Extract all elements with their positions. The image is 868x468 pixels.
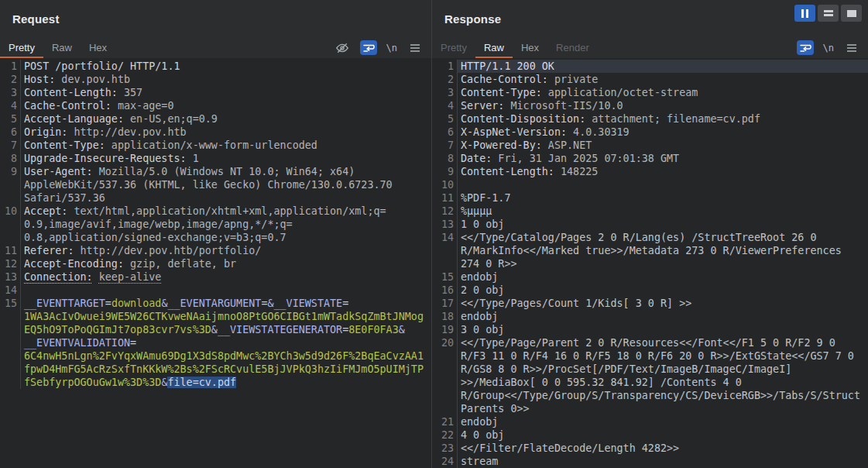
line-number: 6 [0,126,21,139]
request-response-split: Request PrettyRawHex [0,0,868,468]
request-tab-hex[interactable]: Hex [81,37,115,58]
line-number: 10 [432,178,458,191]
eye-off-icon [335,41,349,55]
response-tab-render[interactable]: Render [547,37,598,58]
layout-rows-button[interactable] [818,5,839,22]
line-number: 15 [432,270,458,284]
response-editor[interactable]: 1HTTP/1.1 200 OK2Cache-Control: private3… [432,58,868,468]
line-number: 17 [432,297,458,310]
request-tabbar: PrettyRawHex [0,37,431,58]
line-number: 14 [432,231,458,270]
newline-toggle-button[interactable]: \n [823,40,834,55]
request-code: 1POST /portfolio/ HTTP/1.12Host: dev.pov… [0,60,431,389]
code-line-text: Cache-Control: max-age=​0 [21,99,431,112]
code-line: 5Accept-Language: en-US,en;q=​0.9 [0,112,431,126]
code-line-text: Upgrade-Insecure-Requests: 1 [21,152,431,165]
code-line: 12Accept-Encoding: gzip, deflate, br [0,257,431,270]
code-line-text: __EVENTTARGET=​download&​__EVENTARGUMENT… [21,297,431,389]
response-menu-button[interactable] [843,40,860,55]
code-line: 21endobj [432,415,868,428]
response-tab-pretty[interactable]: Pretty [432,37,475,58]
line-number: 14 [0,284,21,297]
toggle-nonprinting-button[interactable] [334,40,351,55]
code-line-text: endobj [458,415,868,428]
code-line: 162 0 obj [432,284,868,297]
code-line: 2Cache-Control: private [432,73,868,86]
line-number: 9 [0,165,21,205]
code-line-text: stream [458,455,868,468]
code-line-text: 4 0 obj [458,428,868,442]
line-number: 5 [432,112,458,126]
request-tab-pretty[interactable]: Pretty [0,37,43,58]
code-line: 8Date: Fri, 31 Jan 2025 07:01:38 GMT [432,152,868,165]
code-line-text: Accept: text/html,application/xhtml+xml,… [21,205,431,244]
code-line-text: Content-Length: 357 [21,86,431,99]
code-line-text: Content-Disposition: attachment; filenam… [458,112,868,126]
layout-single-button[interactable] [841,5,862,22]
request-editor[interactable]: 1POST /portfolio/ HTTP/1.12Host: dev.pov… [0,58,431,468]
http-message-viewer: Request PrettyRawHex [0,0,868,468]
code-line-text: Cache-Control: private [458,73,868,86]
code-line-text: 1 0 obj [458,218,868,231]
request-menu-button[interactable] [407,40,424,55]
line-number: 3 [432,86,458,99]
code-line: 14<</Type/Catalog/Pages 2 0 R/Lang(es) /… [432,231,868,270]
code-line-text: 3 0 obj [458,323,868,336]
columns-layout-icon [801,9,810,18]
code-line-text: Server: Microsoft-IIS/10.0 [458,99,868,112]
code-line: 3Content-Type: application/octet-stream [432,86,868,99]
line-number: 13 [432,218,458,231]
code-line: 15__EVENTTARGET=​download&​__EVENTARGUME… [0,297,431,389]
line-number: 10 [0,205,21,244]
code-line-text: %µµµµ [458,205,868,218]
line-number: 5 [0,112,21,126]
response-tab-raw[interactable]: Raw [475,37,513,58]
code-line: 7Content-Type: application/x-www-form-ur… [0,139,431,152]
line-number: 7 [432,139,458,152]
code-line: 23<</Filter/FlateDecode/Length 4282>> [432,442,868,455]
line-number: 13 [0,270,21,284]
line-number: 8 [0,152,21,165]
code-line-text: 2 0 obj [458,284,868,297]
response-panel: Response PrettyRawHexRender \n [432,0,868,468]
view-layout-switch [794,5,862,22]
request-tab-raw[interactable]: Raw [43,37,81,58]
code-line: 11Referer: http://dev.pov.htb/portfolio/ [0,244,431,257]
code-line: 5Content-Disposition: attachment; filena… [432,112,868,126]
code-line: 4Server: Microsoft-IIS/10.0 [432,99,868,112]
line-number: 7 [0,139,21,152]
code-line: 13Connection: keep-alive [0,270,431,284]
response-tab-hex[interactable]: Hex [513,37,547,58]
request-toolbar: \n [334,37,431,58]
code-line: 4Cache-Control: max-age=​0 [0,99,431,112]
code-line: 9Content-Length: 148225 [432,165,868,178]
line-number: 12 [432,205,458,218]
code-line: 2Host: dev.pov.htb [0,73,431,86]
code-line-text: <</Type/Page/Parent 2 0 R/Resources<</Fo… [458,336,868,415]
code-line-text: Host: dev.pov.htb [21,73,431,86]
code-line-text: User-Agent: Mozilla/5.0 (Windows NT 10.0… [21,165,431,205]
wrap-lines-button[interactable] [797,40,814,55]
line-number: 3 [0,86,21,99]
response-toolbar: \n [797,37,868,58]
line-number: 20 [432,336,458,415]
line-number: 15 [0,297,21,389]
code-line: 1HTTP/1.1 200 OK [432,60,868,73]
code-line: 12%µµµµ [432,205,868,218]
response-tabs: PrettyRawHexRender [432,37,598,58]
wrap-lines-icon [799,43,811,53]
line-number: 23 [432,442,458,455]
code-line: 224 0 obj [432,428,868,442]
wrap-lines-button[interactable] [360,40,377,55]
rows-layout-icon [824,8,833,19]
code-line-text: X-Powered-By: ASP.NET [458,139,868,152]
code-line-text: Content-Length: 148225 [458,165,868,178]
line-number: 1 [0,60,21,73]
line-number: 11 [0,244,21,257]
request-panel: Request PrettyRawHex [0,0,432,468]
layout-columns-button[interactable] [794,5,815,22]
newline-toggle-button[interactable]: \n [386,40,397,55]
code-line-text: endobj [458,310,868,323]
code-line: 3Content-Length: 357 [0,86,431,99]
line-number: 6 [432,126,458,139]
